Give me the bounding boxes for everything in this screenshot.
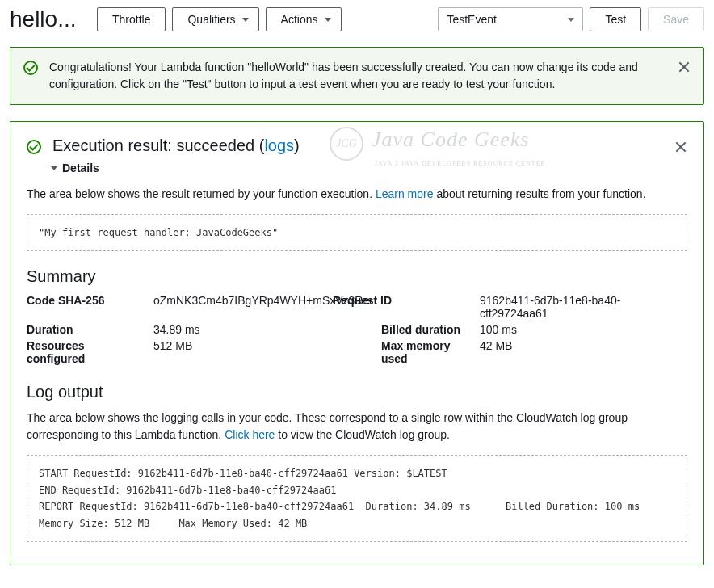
page-title: hello... (10, 6, 90, 32)
qualifiers-button[interactable]: Qualifiers (172, 7, 258, 32)
billed-label: Billed duration (381, 323, 470, 336)
result-intro-text-a: The area below shows the result returned… (27, 187, 376, 200)
close-icon[interactable] (678, 61, 691, 74)
save-label: Save (663, 13, 689, 26)
success-alert: Congratulations! Your Lambda function "h… (10, 47, 704, 105)
test-label: Test (605, 13, 626, 26)
close-icon[interactable] (674, 141, 687, 153)
actions-button[interactable]: Actions (266, 7, 342, 32)
learn-more-link[interactable]: Learn more (376, 187, 434, 200)
check-circle-icon (23, 61, 38, 75)
summary-heading: Summary (27, 267, 687, 286)
details-toggle[interactable]: Details (51, 162, 687, 174)
exec-title-suffix: ) (294, 136, 300, 154)
resources-value: 512 MB (153, 339, 372, 365)
log-heading: Log output (27, 383, 687, 401)
maxmem-value: 42 MB (480, 339, 687, 365)
summary-grid: Code SHA-256 oZmNK3Cm4b7IBgYRp4WYH+mSxVz… (27, 294, 687, 365)
test-button[interactable]: Test (590, 7, 641, 32)
result-intro-text-b: about returning results from your functi… (434, 187, 646, 200)
execution-title: Execution result: succeeded (logs) (52, 136, 663, 155)
check-circle-icon (27, 140, 41, 154)
result-output: "My first request handler: JavaCodeGeeks… (27, 214, 687, 251)
panel-header: Execution result: succeeded (logs) (27, 136, 687, 155)
log-intro: The area below shows the logging calls i… (27, 410, 687, 443)
duration-value: 34.89 ms (153, 323, 372, 336)
duration-label: Duration (27, 323, 144, 336)
click-here-link[interactable]: Click here (225, 428, 275, 441)
log-intro-text-b: to view the CloudWatch log group. (275, 428, 450, 441)
save-button: Save (648, 7, 704, 32)
billed-value: 100 ms (480, 323, 687, 336)
requestid-value: 9162b411-6d7b-11e8-ba40-cff29724aa61 (480, 294, 687, 320)
caret-down-icon (242, 18, 249, 22)
maxmem-label: Max memory used (381, 339, 470, 365)
caret-down-icon (51, 166, 57, 170)
exec-title-prefix: Execution result: succeeded ( (52, 136, 264, 154)
page-header: hello... Throttle Qualifiers Actions Tes… (10, 6, 704, 32)
details-label: Details (62, 162, 99, 174)
requestid-label: Request ID (333, 294, 470, 320)
logs-link[interactable]: logs (264, 136, 294, 154)
result-intro: The area below shows the result returned… (27, 186, 687, 203)
caret-down-icon (568, 18, 574, 22)
caret-down-icon (325, 18, 331, 22)
actions-label: Actions (281, 13, 318, 26)
test-event-select[interactable]: TestEvent (438, 7, 583, 32)
throttle-label: Throttle (112, 13, 150, 26)
qualifiers-label: Qualifiers (187, 13, 235, 26)
log-output: START RequestId: 9162b411-6d7b-11e8-ba40… (27, 455, 687, 542)
alert-message: Congratulations! Your Lambda function "h… (49, 59, 666, 93)
details-body: The area below shows the result returned… (27, 186, 687, 542)
test-event-value: TestEvent (447, 13, 496, 26)
throttle-button[interactable]: Throttle (97, 7, 166, 32)
sha-label: Code SHA-256 (27, 294, 144, 320)
execution-result-panel: JCGJava Code Geeks JAVA 2 JAVA DEVELOPER… (10, 121, 704, 565)
resources-label: Resources configured (27, 339, 144, 365)
